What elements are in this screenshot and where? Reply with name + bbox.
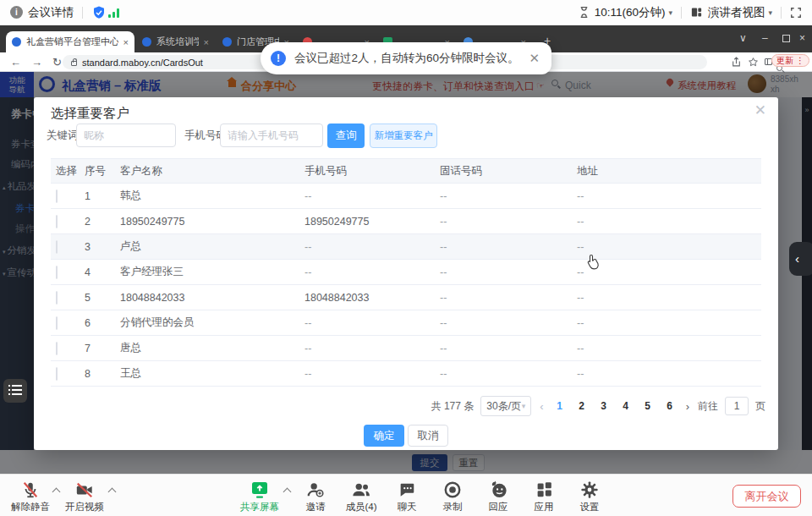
tab-training[interactable]: 系统培训学习 × xyxy=(136,31,215,52)
browser-update-button[interactable]: 更新 ⋮ xyxy=(771,54,809,67)
hourglass-icon xyxy=(579,6,590,19)
phone-input[interactable] xyxy=(220,124,323,147)
table-row[interactable]: 4 客户经理张三 -- -- -- xyxy=(51,260,761,285)
customer-table: 选择 序号 客户名称 手机号码 固话号码 地址 1 韩总 -- -- -- 2 … xyxy=(51,158,761,387)
query-button[interactable]: 查询 xyxy=(327,124,365,148)
chevron-left-icon: ‹ xyxy=(795,251,799,266)
chat-button[interactable]: 聊天 xyxy=(383,479,431,513)
page-number[interactable]: 5 xyxy=(640,400,656,412)
start-video-button[interactable]: 开启视频 xyxy=(61,479,108,513)
meeting-toast: ! 会议已超过2人，自动转为60分钟限时会议。 ✕ xyxy=(261,42,551,74)
window-menu-icon[interactable]: ∨ xyxy=(739,32,747,44)
mouse-cursor xyxy=(587,254,600,270)
page-number[interactable]: 4 xyxy=(618,400,634,412)
view-mode-button[interactable]: 演讲者视图 xyxy=(708,5,765,20)
floating-list-button[interactable] xyxy=(3,379,27,403)
cancel-button[interactable]: 取消 xyxy=(408,425,448,447)
members-icon xyxy=(337,479,385,500)
add-customer-button[interactable]: 新增重要客户 xyxy=(370,124,437,148)
select-customer-modal: 选择重要客户 ✕ 关键词 手机号码 查询 新增重要客户 选择 序号 客户名称 手… xyxy=(34,97,778,450)
share-screen-button[interactable]: 共享屏幕 xyxy=(236,479,283,513)
tab-gift-admin[interactable]: 礼盒营销平台管理中心 × xyxy=(6,31,134,52)
network-signal-icon[interactable] xyxy=(108,8,119,18)
share-screen-icon xyxy=(236,479,283,500)
invite-button[interactable]: 邀请 xyxy=(292,479,339,513)
reload-icon[interactable]: ↻ xyxy=(52,56,62,69)
next-page-icon[interactable]: › xyxy=(684,400,691,413)
window-close-icon[interactable]: × xyxy=(799,32,805,44)
goto-label: 前往 xyxy=(698,399,718,414)
total-count: 共 177 条 xyxy=(431,399,475,414)
fullscreen-icon[interactable] xyxy=(790,7,802,19)
row-checkbox[interactable] xyxy=(56,291,58,305)
goto-page-input[interactable] xyxy=(725,397,749,415)
chat-bubble-icon xyxy=(383,479,431,500)
gear-icon xyxy=(566,479,613,500)
reactions-button[interactable]: 回应 xyxy=(475,479,522,513)
invite-person-icon xyxy=(292,479,339,500)
divider xyxy=(82,7,83,19)
table-row[interactable]: 2 18950249775 18950249775 -- -- xyxy=(51,209,761,234)
page-size-select[interactable]: 30条/页 ▾ xyxy=(480,396,531,416)
apps-button[interactable]: 应用 xyxy=(520,479,568,513)
members-button[interactable]: 成员(4) xyxy=(337,479,385,513)
toast-close-icon[interactable]: ✕ xyxy=(529,51,540,66)
meeting-toolbar: 解除静音 开启视频 共享屏幕 邀请 成员(4) xyxy=(0,474,812,516)
view-dropdown-icon[interactable]: ▾ xyxy=(768,8,772,17)
camera-off-icon xyxy=(61,479,108,500)
back-icon[interactable]: ← xyxy=(10,56,21,69)
keyword-label: 关键词 xyxy=(47,129,79,143)
table-row[interactable]: 5 18048842033 18048842033 -- -- xyxy=(51,285,761,310)
chevron-down-icon: ▾ xyxy=(522,402,526,410)
row-checkbox[interactable] xyxy=(56,266,58,279)
pagination: 共 177 条 30条/页 ▾ ‹ 1 2 3 4 5 6 › 前往 页 xyxy=(34,395,765,417)
table-header: 选择 序号 客户名称 手机号码 固话号码 地址 xyxy=(51,158,761,184)
window-minimize-icon[interactable]: – xyxy=(762,32,768,44)
page-number[interactable]: 2 xyxy=(574,400,590,412)
row-checkbox[interactable] xyxy=(56,215,58,228)
settings-button[interactable]: 设置 xyxy=(566,479,613,513)
forward-icon[interactable]: → xyxy=(31,56,42,69)
toast-message: 会议已超过2人，自动转为60分钟限时会议。 xyxy=(294,51,519,66)
page-number[interactable]: 3 xyxy=(596,400,612,412)
divider xyxy=(781,7,782,19)
row-checkbox[interactable] xyxy=(56,240,58,254)
table-row[interactable]: 7 唐总 -- -- -- xyxy=(51,336,761,361)
share-options-chevron[interactable] xyxy=(283,488,292,497)
meeting-details-button[interactable]: 会议详情 xyxy=(28,5,74,20)
info-icon: i xyxy=(10,6,23,19)
shield-check-icon[interactable] xyxy=(91,5,107,20)
modal-close-icon[interactable]: ✕ xyxy=(754,102,766,119)
page-number[interactable]: 6 xyxy=(662,400,678,412)
row-checkbox[interactable] xyxy=(56,342,58,355)
bookmark-star-icon[interactable] xyxy=(748,57,759,68)
tab-close-icon[interactable]: × xyxy=(204,37,209,47)
toast-info-icon: ! xyxy=(271,51,286,66)
unmute-button[interactable]: 解除静音 xyxy=(7,479,54,513)
table-row[interactable]: 6 分销代理的会员 -- -- -- xyxy=(51,310,761,336)
table-row[interactable]: 3 卢总 -- -- -- xyxy=(51,234,761,260)
modal-title: 选择重要客户 xyxy=(51,105,129,123)
row-checkbox[interactable] xyxy=(56,367,58,381)
meeting-top-bar: i 会议详情 10:11(60分钟) ▾ 演讲者视图 ▾ xyxy=(0,0,812,25)
window-maximize-icon[interactable] xyxy=(782,35,790,42)
page-number[interactable]: 1 xyxy=(552,400,568,412)
tab-favicon xyxy=(222,37,232,47)
tab-favicon xyxy=(12,37,21,47)
leave-meeting-button[interactable]: 离开会议 xyxy=(732,485,801,508)
layout-view-icon xyxy=(690,6,703,19)
prev-page-icon[interactable]: ‹ xyxy=(538,400,545,413)
video-options-chevron[interactable] xyxy=(108,488,117,497)
row-checkbox[interactable] xyxy=(56,316,58,330)
row-checkbox[interactable] xyxy=(56,189,58,203)
confirm-button[interactable]: 确定 xyxy=(364,425,404,447)
keyword-input[interactable] xyxy=(76,124,176,147)
share-icon[interactable] xyxy=(731,57,742,68)
panel-collapse-handle[interactable]: ‹ xyxy=(789,242,812,276)
record-button[interactable]: 录制 xyxy=(429,479,476,513)
table-row[interactable]: 1 韩总 -- -- -- xyxy=(51,184,761,209)
tab-favicon xyxy=(142,37,151,47)
table-row[interactable]: 8 王总 -- -- -- xyxy=(51,361,761,387)
timer-dropdown-icon[interactable]: ▾ xyxy=(668,8,672,17)
tab-close-icon[interactable]: × xyxy=(123,37,129,47)
